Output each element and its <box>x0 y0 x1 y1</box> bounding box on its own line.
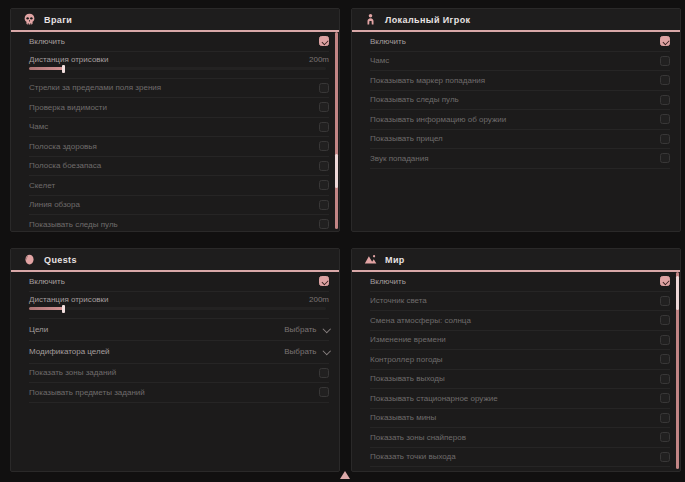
row-checkbox: Показывать следы пуль <box>370 91 670 111</box>
row-label: Показывать выходы <box>370 374 445 383</box>
row-label: Стрелки за пределами поля зрения <box>29 83 161 92</box>
checkbox[interactable] <box>660 354 670 364</box>
checkbox[interactable] <box>319 387 329 397</box>
row-checkbox: Показывать выходы <box>370 370 670 390</box>
row-checkbox: Показать зоны снайперов <box>370 428 670 448</box>
panel-title: Quests <box>44 255 77 265</box>
panel-header: Мир <box>352 249 680 272</box>
row-checkbox: Включить <box>29 272 329 292</box>
dropdown[interactable]: Выбрать <box>284 325 329 334</box>
dropdown[interactable]: Выбрать <box>284 347 329 356</box>
checkbox[interactable] <box>660 56 670 66</box>
row-slider: Дистанция отрисовки200m <box>29 292 329 319</box>
row-label: Включить <box>370 37 406 46</box>
checkbox[interactable] <box>660 452 670 462</box>
row-checkbox: Проверка видимости <box>29 98 329 118</box>
checkbox[interactable] <box>319 200 329 210</box>
row-label: Показывать следы пуль <box>370 95 459 104</box>
slider-header: Дистанция отрисовки200m <box>29 55 329 64</box>
scrollbar[interactable] <box>335 32 338 229</box>
row-label: Показать зоны заданий <box>29 368 116 377</box>
checkbox[interactable] <box>660 413 670 423</box>
row-checkbox: Изменение времени <box>370 331 670 351</box>
checkbox[interactable] <box>660 374 670 384</box>
checkbox[interactable] <box>660 36 670 46</box>
row-label: Показывать прицел <box>370 134 443 143</box>
row-checkbox: Включить <box>370 32 670 52</box>
row-label: Дистанция отрисовки <box>29 55 109 64</box>
checkbox[interactable] <box>660 153 670 163</box>
row-label: Скелет <box>29 181 55 190</box>
panel-title: Мир <box>385 255 405 265</box>
checkbox[interactable] <box>660 335 670 345</box>
checkbox[interactable] <box>319 276 329 286</box>
row-slider: Дистанция отрисовки200m <box>29 52 329 79</box>
scrollbar-thumb[interactable] <box>335 154 338 188</box>
checkbox[interactable] <box>660 75 670 85</box>
slider-value: 200m <box>309 295 329 304</box>
row-checkbox: Чамс <box>29 118 329 138</box>
row-checkbox: Смена атмосферы: солнца <box>370 311 670 331</box>
panel-header: Quests <box>11 249 339 272</box>
row-label: Чамс <box>370 56 389 65</box>
scrollbar[interactable] <box>676 272 679 469</box>
slider[interactable] <box>29 67 326 70</box>
row-checkbox: Показать точки выхода <box>370 448 670 468</box>
row-checkbox: Показывать мины <box>370 409 670 429</box>
checkbox[interactable] <box>660 114 670 124</box>
mountains-icon <box>364 253 377 266</box>
checkbox[interactable] <box>660 134 670 144</box>
row-label: Показывать следы пуль <box>29 220 118 229</box>
checkbox[interactable] <box>319 102 329 112</box>
row-label: Показывать информацию об оружии <box>370 115 506 124</box>
row-label: Источник света <box>370 296 427 305</box>
row-label: Звук попадания <box>370 154 429 163</box>
row-label: Модификатора целей <box>29 347 110 356</box>
checkbox[interactable] <box>660 276 670 286</box>
checkbox[interactable] <box>319 83 329 93</box>
quest-icon <box>23 253 36 266</box>
checkbox[interactable] <box>660 296 670 306</box>
checkbox[interactable] <box>319 180 329 190</box>
row-checkbox: Включить <box>29 32 329 52</box>
row-label: Включить <box>29 37 65 46</box>
scrollbar-thumb[interactable] <box>676 276 679 310</box>
row-checkbox: Контроллер погоды <box>370 350 670 370</box>
panel-enemies: Враги ВключитьДистанция отрисовки200mСтр… <box>10 8 340 232</box>
checkbox[interactable] <box>660 95 670 105</box>
checkbox[interactable] <box>660 432 670 442</box>
row-checkbox: Полоска здоровья <box>29 137 329 157</box>
slider-thumb[interactable] <box>62 305 65 313</box>
row-label: Полоска здоровья <box>29 142 97 151</box>
slider[interactable] <box>29 307 326 310</box>
checkbox[interactable] <box>319 368 329 378</box>
checkbox[interactable] <box>319 219 329 229</box>
row-select: ЦелиВыбрать <box>29 319 329 342</box>
chevron-down-icon <box>322 324 330 332</box>
row-label: Показывать стационарное оружие <box>370 394 498 403</box>
row-checkbox: Полоска боезапаса <box>29 157 329 177</box>
slider-header: Дистанция отрисовки200m <box>29 295 329 304</box>
slider-value: 200m <box>309 55 329 64</box>
row-label: Контроллер погоды <box>370 355 443 364</box>
row-label: Показать зоны снайперов <box>370 433 466 442</box>
dropdown-value: Выбрать <box>284 347 316 356</box>
row-checkbox: Показывать информацию об оружии <box>370 110 670 130</box>
checkbox[interactable] <box>319 122 329 132</box>
checkbox[interactable] <box>319 36 329 46</box>
row-checkbox: Показывать стационарное оружие <box>370 389 670 409</box>
panel-body: ВключитьЧамсПоказывать маркер попаданияП… <box>352 32 680 169</box>
row-checkbox: Линия обзора <box>29 196 329 216</box>
checkbox[interactable] <box>660 315 670 325</box>
checkbox[interactable] <box>319 161 329 171</box>
row-checkbox: Стрелки за пределами поля зрения <box>29 79 329 99</box>
panel-header: Враги <box>11 9 339 32</box>
row-select: Модификатора целейВыбрать <box>29 341 329 364</box>
slider-fill <box>29 67 63 70</box>
checkbox[interactable] <box>319 141 329 151</box>
skull-icon <box>23 13 36 26</box>
checkbox[interactable] <box>660 393 670 403</box>
row-checkbox: Звук попадания <box>370 149 670 169</box>
panel-body: ВключитьДистанция отрисовки200mСтрелки з… <box>11 32 339 232</box>
slider-thumb[interactable] <box>62 65 65 73</box>
